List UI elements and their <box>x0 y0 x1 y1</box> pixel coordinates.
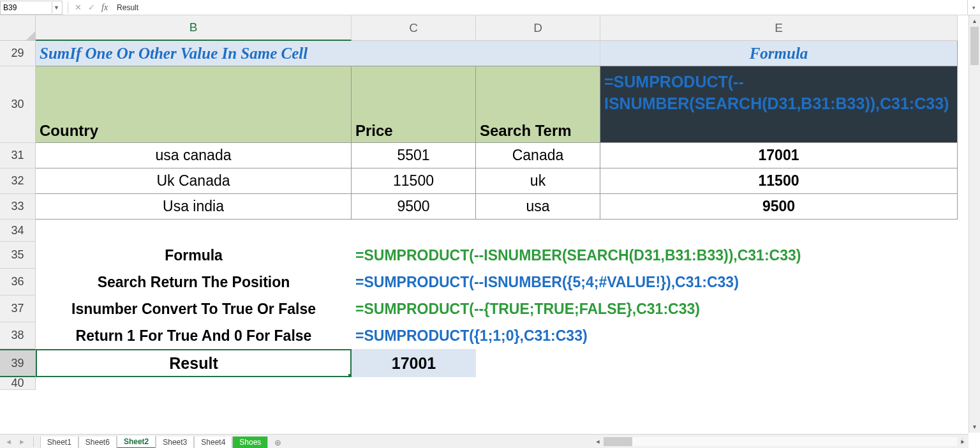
cell-B31[interactable]: usa canada <box>36 143 352 168</box>
sheet-nav-first-icon[interactable]: ◄ <box>4 438 13 445</box>
formula-input[interactable]: Result <box>113 3 967 12</box>
cell-C37-formula[interactable]: =SUMPRODUCT(--{TRUE;TRUE;FALSE},C31:C33) <box>352 295 958 322</box>
cell-C35-formula[interactable]: =SUMPRODUCT(--ISNUMBER(SEARCH(D31,B31:B3… <box>352 242 958 269</box>
tab-sheet4[interactable]: Sheet4 <box>194 437 232 449</box>
name-box-dropdown-icon[interactable]: ▼ <box>52 2 61 13</box>
cell-E30-formula[interactable]: =SUMPRODUCT(--ISNUMBER(SEARCH(D31,B31:B3… <box>600 66 958 143</box>
cell-E32[interactable]: 11500 <box>600 168 958 194</box>
cell-D34[interactable] <box>476 220 600 242</box>
cell-D32[interactable]: uk <box>476 168 600 194</box>
cell-C36-formula[interactable]: =SUMPRODUCT(--ISNUMBER({5;4;#VALUE!}),C3… <box>352 269 958 295</box>
cell-E29-formula-header[interactable]: Formula <box>600 41 958 66</box>
cells-area: B C D E SumIf One Or Other Value In Same… <box>36 15 980 433</box>
tab-sheet3[interactable]: Sheet3 <box>156 437 194 449</box>
col-header-C[interactable]: C <box>352 15 476 41</box>
row-29: SumIf One Or Other Value In Same Cell Fo… <box>36 41 980 66</box>
scroll-right-icon[interactable]: ► <box>957 436 969 447</box>
row-30: Country Price Search Term =SUMPRODUCT(--… <box>36 66 980 143</box>
row-31: usa canada 5501 Canada 17001 <box>36 143 980 168</box>
row-34 <box>36 220 980 242</box>
cell-B30-country-header[interactable]: Country <box>36 66 352 143</box>
vscroll-thumb[interactable] <box>970 27 979 65</box>
cell-B35-label[interactable]: Formula <box>36 242 352 269</box>
column-headers: B C D E <box>36 15 980 41</box>
expand-formula-bar-icon[interactable]: ▾ <box>967 0 980 15</box>
cell-B33[interactable]: Usa india <box>36 194 352 220</box>
spreadsheet-grid: 29 30 31 32 33 34 35 36 37 38 39 40 B C … <box>0 15 980 433</box>
separator-icon <box>33 437 34 447</box>
cell-B29-title[interactable]: SumIf One Or Other Value In Same Cell <box>36 41 600 66</box>
row-header-30[interactable]: 30 <box>0 66 36 143</box>
cell-B38-label[interactable]: Return 1 For True And 0 For False <box>36 322 352 349</box>
fx-icon[interactable]: fx <box>101 3 108 13</box>
cell-D39[interactable] <box>476 349 600 377</box>
row-header-33[interactable]: 33 <box>0 194 36 220</box>
scroll-down-icon[interactable]: ▼ <box>969 421 980 433</box>
cell-B36-label[interactable]: Search Return The Position <box>36 269 352 295</box>
row-header-29[interactable]: 29 <box>0 41 36 66</box>
row-header-38[interactable]: 38 <box>0 322 36 349</box>
col-header-D[interactable]: D <box>476 15 600 41</box>
row-39: Result 17001 <box>36 349 980 377</box>
hscroll-thumb[interactable] <box>604 437 632 446</box>
tab-sheet2[interactable]: Sheet2 <box>117 436 156 449</box>
row-header-32[interactable]: 32 <box>0 168 36 194</box>
row-40 <box>36 377 980 390</box>
cell-C34[interactable] <box>352 220 476 242</box>
row-38: Return 1 For True And 0 For False =SUMPR… <box>36 322 980 349</box>
row-32: Uk Canada 11500 uk 11500 <box>36 168 980 194</box>
new-sheet-icon[interactable]: ⊕ <box>272 437 283 449</box>
row-33: Usa india 9500 usa 9500 <box>36 194 980 220</box>
scroll-left-icon[interactable]: ◄ <box>592 436 604 447</box>
cell-E39[interactable] <box>600 349 958 377</box>
row-36: Search Return The Position =SUMPRODUCT(-… <box>36 269 980 295</box>
row-header-40[interactable]: 40 <box>0 377 36 390</box>
sheet-tabs: Sheet1 Sheet6 Sheet2 Sheet3 Sheet4 Shoes… <box>40 435 284 449</box>
row-header-31[interactable]: 31 <box>0 143 36 168</box>
sheet-nav: ◄ ► <box>0 435 40 449</box>
enter-icon[interactable]: ✓ <box>88 3 95 12</box>
cancel-icon[interactable]: ✕ <box>75 3 82 12</box>
sheet-nav-last-icon[interactable]: ► <box>17 438 27 445</box>
row-header-39[interactable]: 39 <box>0 349 36 377</box>
vertical-scrollbar[interactable]: ▲ ▼ <box>969 15 980 433</box>
row-37: Isnumber Convert To True Or False =SUMPR… <box>36 295 980 322</box>
cell-E33[interactable]: 9500 <box>600 194 958 220</box>
formula-text: Result <box>117 3 138 12</box>
cell-B34[interactable] <box>36 220 352 242</box>
row-headers: 29 30 31 32 33 34 35 36 37 38 39 40 <box>0 15 36 433</box>
cell-B32[interactable]: Uk Canada <box>36 168 352 194</box>
bottom-bar: ◄ ► Sheet1 Sheet6 Sheet2 Sheet3 Sheet4 S… <box>0 434 969 448</box>
col-header-E[interactable]: E <box>600 15 958 41</box>
cell-D33[interactable]: usa <box>476 194 600 220</box>
row-header-35[interactable]: 35 <box>0 242 36 269</box>
hscroll-track[interactable] <box>604 437 957 446</box>
row-header-36[interactable]: 36 <box>0 269 36 295</box>
cell-C32[interactable]: 11500 <box>352 168 476 194</box>
tab-sheet6[interactable]: Sheet6 <box>78 437 117 449</box>
cell-C31[interactable]: 5501 <box>352 143 476 168</box>
cell-C33[interactable]: 9500 <box>352 194 476 220</box>
horizontal-scrollbar[interactable]: ◄ ► <box>592 435 969 449</box>
tab-sheet1[interactable]: Sheet1 <box>40 437 78 449</box>
divider-icon <box>68 2 68 13</box>
col-header-B[interactable]: B <box>36 15 352 41</box>
cell-reference: B39 <box>3 3 17 12</box>
name-box[interactable]: B39 ▼ <box>0 1 63 15</box>
cell-D31[interactable]: Canada <box>476 143 600 168</box>
cell-C30-price-header[interactable]: Price <box>352 66 476 143</box>
tab-shoes[interactable]: Shoes <box>232 437 268 449</box>
row-header-37[interactable]: 37 <box>0 295 36 322</box>
cell-E31[interactable]: 17001 <box>600 143 958 168</box>
select-all-corner[interactable] <box>0 15 36 41</box>
cell-B37-label[interactable]: Isnumber Convert To True Or False <box>36 295 352 322</box>
cell-B39-active[interactable]: Result <box>36 349 352 377</box>
scroll-up-icon[interactable]: ▲ <box>969 15 980 27</box>
formula-bar: B39 ▼ ✕ ✓ fx Result ▾ <box>0 0 980 15</box>
cell-C39-result[interactable]: 17001 <box>352 349 476 377</box>
cell-B40[interactable] <box>36 377 352 390</box>
cell-D30-search-header[interactable]: Search Term <box>476 66 600 143</box>
cell-E34[interactable] <box>600 220 958 242</box>
row-header-34[interactable]: 34 <box>0 220 36 242</box>
cell-C38-formula[interactable]: =SUMPRODUCT({1;1;0},C31:C33) <box>352 322 958 349</box>
